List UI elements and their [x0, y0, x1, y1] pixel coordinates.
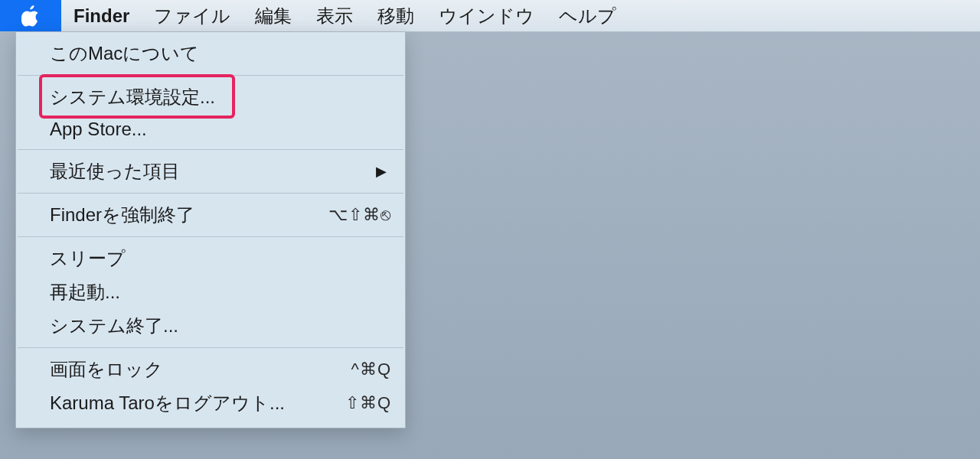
- menu-restart[interactable]: 再起動...: [16, 275, 405, 309]
- apple-icon: [21, 5, 40, 27]
- menu-shortcut: ⇧⌘Q: [299, 393, 391, 413]
- menu-separator: [18, 347, 403, 348]
- menu-sleep[interactable]: スリープ: [16, 242, 405, 275]
- menu-about-this-mac[interactable]: このMacについて: [16, 37, 405, 70]
- menubar-edit[interactable]: 編集: [243, 0, 304, 31]
- menu-label: Finderを強制終了: [50, 203, 299, 227]
- menu-separator: [18, 75, 403, 76]
- menubar-active-app[interactable]: Finder: [61, 0, 142, 31]
- menu-separator: [18, 149, 403, 150]
- menu-label: 画面をロック: [50, 357, 299, 382]
- apple-menu-button[interactable]: [0, 0, 61, 31]
- menu-logout[interactable]: Karuma Taroをログアウト... ⇧⌘Q: [16, 386, 405, 420]
- menu-label: システム環境設定...: [50, 85, 391, 109]
- menu-system-preferences[interactable]: システム環境設定...: [16, 80, 405, 114]
- menu-label: このMacについて: [50, 41, 391, 66]
- menu-label: Karuma Taroをログアウト...: [50, 391, 299, 415]
- menubar-file[interactable]: ファイル: [142, 0, 243, 31]
- menu-label: システム終了...: [50, 314, 391, 338]
- menu-separator: [18, 236, 403, 237]
- menu-label: App Store...: [50, 119, 391, 140]
- menu-separator: [18, 193, 403, 194]
- menu-shortcut: ^⌘Q: [299, 360, 391, 379]
- menu-recent-items[interactable]: 最近使った項目 ▶: [16, 155, 405, 188]
- menu-lock-screen[interactable]: 画面をロック ^⌘Q: [16, 353, 405, 386]
- menubar: Finder ファイル 編集 表示 移動 ウインドウ ヘルプ: [0, 0, 980, 32]
- menubar-window[interactable]: ウインドウ: [426, 0, 547, 31]
- chevron-right-icon: ▶: [376, 163, 391, 180]
- menubar-go[interactable]: 移動: [365, 0, 426, 31]
- menubar-help[interactable]: ヘルプ: [547, 0, 629, 31]
- menu-shutdown[interactable]: システム終了...: [16, 309, 405, 343]
- menubar-view[interactable]: 表示: [304, 0, 365, 31]
- menu-label: 再起動...: [50, 280, 391, 304]
- menu-shortcut: ⌥⇧⌘⎋: [299, 205, 391, 225]
- apple-menu-dropdown: このMacについて システム環境設定... App Store... 最近使った…: [15, 32, 406, 428]
- menu-label: スリープ: [50, 246, 391, 271]
- menu-force-quit[interactable]: Finderを強制終了 ⌥⇧⌘⎋: [16, 198, 405, 232]
- menu-label: 最近使った項目: [50, 159, 376, 184]
- menu-app-store[interactable]: App Store...: [16, 114, 405, 145]
